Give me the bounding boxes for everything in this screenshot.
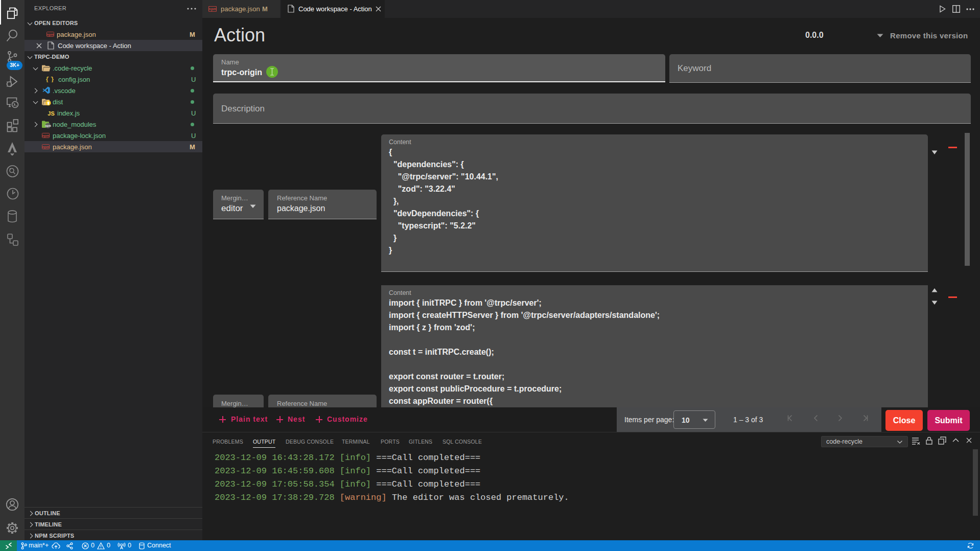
- svg-text:npm: npm: [209, 7, 217, 11]
- svg-text:JS: JS: [48, 110, 54, 117]
- svg-text:npm: npm: [42, 134, 50, 138]
- svg-text:npm: npm: [47, 33, 54, 37]
- svg-text:npm: npm: [42, 145, 50, 149]
- svg-text:npm: npm: [45, 124, 51, 127]
- svg-text:{ }: { }: [46, 76, 54, 82]
